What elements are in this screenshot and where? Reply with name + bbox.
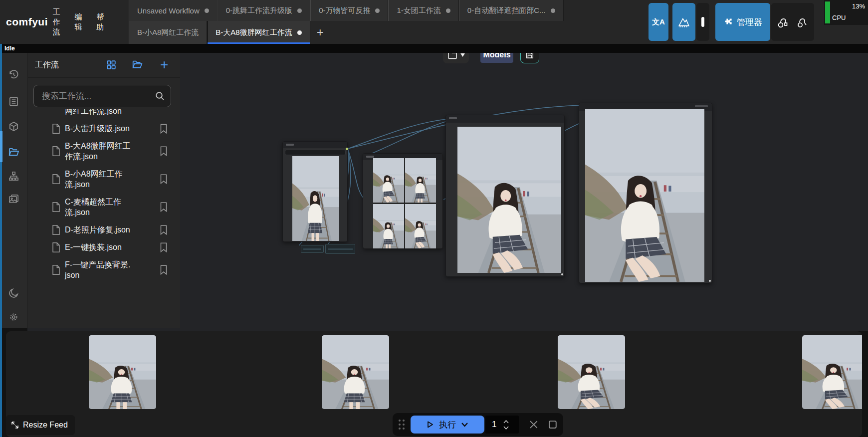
batch-count-box <box>485 416 519 434</box>
manager-button[interactable]: 管理器 <box>715 3 770 41</box>
theme-moon-icon[interactable] <box>8 287 19 299</box>
node-image-preview <box>585 109 704 282</box>
node-image-grid <box>373 158 436 248</box>
unsaved-dot <box>205 8 209 13</box>
toggle-bar-icon <box>701 17 704 27</box>
workflow-tabs-row2: B-小A8网红工作流 B-大A8微胖网红工作流 + <box>129 21 330 44</box>
output-port[interactable] <box>346 148 348 150</box>
tab-autotranslate-workflow[interactable]: 0-自动翻译遮挡面部C... <box>459 0 564 21</box>
new-workflow-plus-icon[interactable] <box>159 59 170 70</box>
menu-edit[interactable]: 编辑 <box>74 12 83 32</box>
workflow-file-list: 网红工作流.json B-大雷升级版.json B-大A8微胖网红工作流.jso… <box>28 109 180 328</box>
tab-big-a8-workflow-active[interactable]: B-大A8微胖网红工作流 <box>207 21 310 44</box>
workflow-file-row[interactable]: B-大雷升级版.json <box>28 120 180 137</box>
window-edge-strip <box>0 44 2 437</box>
workflows-folder-icon[interactable] <box>8 147 19 158</box>
puzzle-icon <box>723 17 733 27</box>
tab-unsaved-workflow[interactable]: Unsaved Workflow <box>129 0 217 21</box>
app-logo: comfyui <box>6 0 48 44</box>
bookmark-icon[interactable] <box>159 146 169 157</box>
bookmark-icon[interactable] <box>159 264 169 275</box>
sidebar-rail <box>0 53 27 328</box>
cpu-monitor: 13% CPU <box>824 0 868 25</box>
file-icon <box>51 202 61 213</box>
cpu-percent: 13% <box>852 2 865 10</box>
list-item-clipped[interactable]: 网红工作流.json <box>28 109 180 120</box>
node-library-icon[interactable] <box>8 171 19 182</box>
unsaved-dot <box>297 8 302 13</box>
models-cube-icon[interactable] <box>8 121 19 132</box>
workflows-panel-header: 工作流 <box>28 53 180 78</box>
clear-queue-icon[interactable] <box>529 420 539 430</box>
play-icon <box>426 421 434 429</box>
bookmark-icon[interactable] <box>159 123 169 134</box>
history-icon[interactable] <box>8 69 19 80</box>
vacuum-sparkle-icon <box>796 15 808 28</box>
bookmark-icon[interactable] <box>159 242 169 253</box>
bookmark-icon[interactable] <box>159 224 169 235</box>
unsaved-dot <box>375 8 380 13</box>
gallery-icon[interactable] <box>8 194 19 205</box>
bookmark-icon[interactable] <box>159 174 169 185</box>
workflow-file-row[interactable]: D-老照片修复.json <box>28 221 180 238</box>
workflow-file-row[interactable]: F-一键产品换背景.json <box>28 256 180 284</box>
stepper-down-icon[interactable] <box>503 426 509 430</box>
workflow-search-box <box>33 85 171 107</box>
panel-toggle-button[interactable] <box>696 3 709 41</box>
queue-icon[interactable] <box>8 96 19 107</box>
run-controls-bar: 执行 <box>393 413 563 436</box>
node-preview-batch[interactable] <box>363 153 443 249</box>
chevron-down-icon <box>461 422 468 427</box>
count-stepper[interactable] <box>503 420 509 430</box>
mountain-button[interactable] <box>672 3 695 41</box>
grid-view-icon[interactable] <box>106 59 117 70</box>
caret-down-icon <box>460 53 465 57</box>
feed-thumbnail[interactable] <box>322 335 389 409</box>
file-icon <box>51 123 61 134</box>
tab-girlgroup-workflow[interactable]: 1-女团工作流 <box>388 0 458 21</box>
browse-folder-icon[interactable] <box>132 59 143 70</box>
bookmark-icon[interactable] <box>159 202 169 213</box>
node-title-bar <box>283 142 347 148</box>
node-load-image[interactable] <box>282 141 348 242</box>
translate-icon: 文A <box>652 17 665 27</box>
resize-feed-button[interactable]: Resize Feed <box>6 415 75 435</box>
tab-reverse-workflow[interactable]: 0-万物皆可反推 <box>310 0 388 21</box>
node-preview-large[interactable] <box>445 115 565 277</box>
resize-icon <box>11 421 19 429</box>
feed-thumbnail[interactable] <box>802 335 862 409</box>
active-rail-indicator <box>0 131 2 162</box>
workflow-file-row[interactable]: B-大A8微胖网红工作流.json <box>28 137 180 165</box>
workflow-tabs-row1: Unsaved Workflow 0-跳舞工作流升级版 0-万物皆可反推 1-女… <box>129 0 564 21</box>
workflow-file-row[interactable]: B-小A8网红工作流.json <box>28 165 180 193</box>
settings-gear-icon[interactable] <box>8 311 19 323</box>
stop-icon[interactable] <box>548 420 557 429</box>
stepper-up-icon[interactable] <box>503 420 509 424</box>
node-title-bar <box>446 115 564 123</box>
feed-thumbnail[interactable] <box>89 335 156 409</box>
resize-handle[interactable] <box>709 280 711 282</box>
workflow-search-input[interactable] <box>41 85 148 107</box>
workflow-file-row[interactable]: E-一键换装.json <box>28 238 180 256</box>
feed-thumbnail[interactable] <box>558 335 625 409</box>
cleanup-button-group[interactable] <box>771 3 814 41</box>
status-bar: Idle <box>0 44 868 53</box>
tab-small-a8-workflow[interactable]: B-小A8网红工作流 <box>129 21 207 44</box>
menu-help[interactable]: 帮助 <box>96 12 105 32</box>
translate-button[interactable]: 文A <box>649 3 668 41</box>
batch-count-input[interactable] <box>485 419 503 430</box>
resize-handle[interactable] <box>561 273 563 275</box>
menu-workflow[interactable]: 工作流 <box>52 7 61 37</box>
drag-handle[interactable] <box>399 420 405 430</box>
node-preview-largest[interactable] <box>579 103 712 283</box>
node-widget[interactable] <box>285 150 346 155</box>
tab-dance-workflow[interactable]: 0-跳舞工作流升级版 <box>217 0 310 21</box>
collapsed-node[interactable] <box>301 245 324 253</box>
search-icon <box>154 90 166 102</box>
new-tab-button[interactable]: + <box>310 21 330 44</box>
run-button[interactable]: 执行 <box>411 416 484 434</box>
collapsed-node[interactable] <box>325 244 355 254</box>
cpu-usage-bar <box>825 1 830 23</box>
workflow-file-row[interactable]: C-麦橘超然工作流.json <box>28 193 180 221</box>
file-icon <box>51 174 61 185</box>
